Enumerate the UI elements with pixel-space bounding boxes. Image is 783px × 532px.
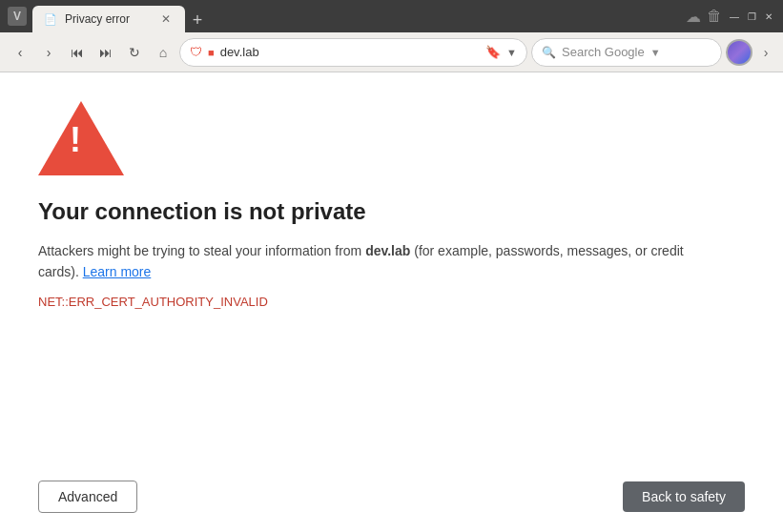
address-bar[interactable]: 🛡 ■ dev.lab 🔖 ▼	[179, 38, 527, 67]
back-button[interactable]: ‹	[8, 40, 32, 65]
error-desc-before: Attackers might be trying to steal your …	[38, 243, 365, 258]
error-description: Attackers might be trying to steal your …	[38, 240, 687, 283]
restore-button[interactable]: ❐	[745, 10, 758, 23]
error-title: Your connection is not private	[38, 198, 745, 225]
search-icon: 🔍	[542, 46, 556, 59]
advanced-button[interactable]: Advanced	[38, 481, 137, 513]
trash-icon[interactable]: 🗑	[707, 8, 722, 25]
skip-back-button[interactable]: ⏮	[65, 40, 90, 65]
error-icon-area	[38, 101, 745, 179]
search-placeholder: Search Google	[562, 45, 645, 59]
minimize-button[interactable]: —	[728, 10, 741, 23]
title-bar: V 📄 Privacy error ✕ + ☁ 🗑 — ❐ ✕	[0, 0, 783, 32]
search-bar[interactable]: 🔍 Search Google ▼	[531, 38, 722, 67]
sidebar-toggle-button[interactable]: ›	[756, 43, 775, 62]
tab-bar: 📄 Privacy error ✕ +	[32, 0, 680, 32]
browser-window: V 📄 Privacy error ✕ + ☁ 🗑 — ❐ ✕ ‹ › ⏮ ⏭ …	[0, 0, 783, 532]
user-avatar[interactable]	[726, 39, 752, 66]
home-button[interactable]: ⌂	[151, 40, 175, 65]
toolbar-icons: ☁ 🗑	[686, 8, 722, 26]
active-tab[interactable]: 📄 Privacy error ✕	[32, 6, 185, 32]
page-content: Your connection is not private Attackers…	[0, 72, 783, 532]
learn-more-link[interactable]: Learn more	[83, 264, 152, 279]
window-controls: — ❐ ✕	[728, 10, 775, 23]
skip-forward-button[interactable]: ⏭	[93, 40, 118, 65]
tab-close-button[interactable]: ✕	[158, 11, 174, 27]
tab-label: Privacy error	[65, 12, 130, 26]
security-warning-icon: 🛡	[190, 45, 202, 59]
cloud-icon: ☁	[686, 8, 701, 26]
forward-button[interactable]: ›	[36, 40, 61, 65]
error-code: NET::ERR_CERT_AUTHORITY_INVALID	[38, 295, 745, 309]
button-area: Advanced Back to safety	[0, 481, 783, 513]
address-text: dev.lab	[220, 45, 480, 59]
address-dropdown-button[interactable]: ▼	[506, 47, 517, 58]
nav-bar: ‹ › ⏮ ⏭ ↻ ⌂ 🛡 ■ dev.lab 🔖 ▼ 🔍 Search Goo…	[0, 32, 783, 72]
reload-button[interactable]: ↻	[122, 40, 147, 65]
warning-triangle-icon	[38, 101, 124, 175]
tab-page-icon: 📄	[44, 13, 57, 26]
bookmark-button[interactable]: 🔖	[485, 45, 501, 59]
new-tab-button[interactable]: +	[185, 8, 210, 32]
error-domain: dev.lab	[365, 243, 410, 258]
warning-badge: ■	[208, 47, 215, 58]
back-to-safety-button[interactable]: Back to safety	[623, 481, 745, 512]
search-dropdown-button[interactable]: ▼	[650, 47, 661, 58]
browser-icon: V	[8, 7, 27, 26]
close-button[interactable]: ✕	[762, 10, 775, 23]
